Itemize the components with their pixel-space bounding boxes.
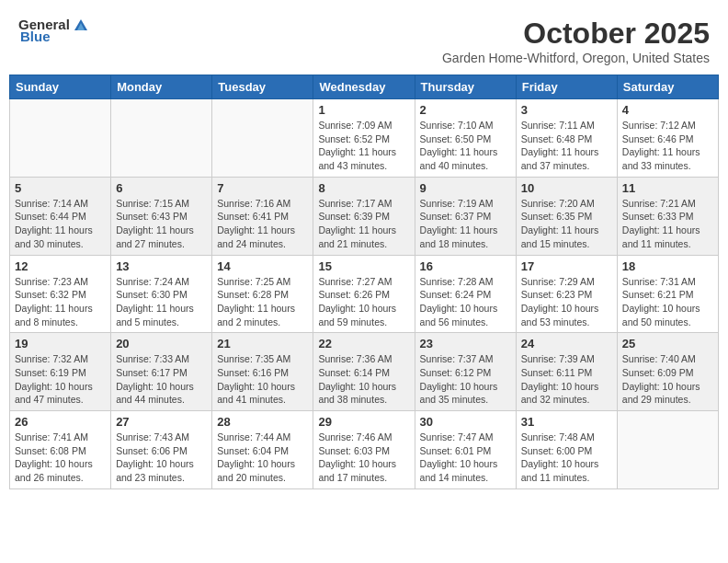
day-number: 9 xyxy=(420,181,511,195)
calendar-cell: 26Sunrise: 7:41 AM Sunset: 6:08 PM Dayli… xyxy=(10,411,111,489)
calendar-week-1: 1Sunrise: 7:09 AM Sunset: 6:52 PM Daylig… xyxy=(10,99,719,178)
day-number: 19 xyxy=(15,337,106,350)
calendar-cell: 10Sunrise: 7:20 AM Sunset: 6:35 PM Dayli… xyxy=(516,177,617,255)
subtitle: Garden Home-Whitford, Oregon, United Sta… xyxy=(442,51,710,65)
day-info: Sunrise: 7:24 AM Sunset: 6:30 PM Dayligh… xyxy=(116,275,207,329)
day-info: Sunrise: 7:32 AM Sunset: 6:19 PM Dayligh… xyxy=(15,352,106,407)
column-header-friday: Friday xyxy=(516,75,617,99)
day-number: 16 xyxy=(420,259,511,273)
calendar-week-4: 19Sunrise: 7:32 AM Sunset: 6:19 PM Dayli… xyxy=(10,333,719,411)
column-header-monday: Monday xyxy=(111,75,212,99)
calendar-cell xyxy=(111,99,212,178)
day-info: Sunrise: 7:44 AM Sunset: 6:04 PM Dayligh… xyxy=(217,431,308,485)
day-info: Sunrise: 7:48 AM Sunset: 6:00 PM Dayligh… xyxy=(521,431,612,485)
calendar-cell: 22Sunrise: 7:36 AM Sunset: 6:14 PM Dayli… xyxy=(313,333,415,411)
logo-icon xyxy=(73,17,89,32)
day-number: 6 xyxy=(116,181,207,195)
day-number: 14 xyxy=(217,259,308,273)
day-info: Sunrise: 7:16 AM Sunset: 6:41 PM Dayligh… xyxy=(217,197,308,251)
day-info: Sunrise: 7:39 AM Sunset: 6:11 PM Dayligh… xyxy=(521,352,612,407)
day-number: 25 xyxy=(622,337,713,350)
column-header-wednesday: Wednesday xyxy=(313,75,415,99)
calendar-cell: 24Sunrise: 7:39 AM Sunset: 6:11 PM Dayli… xyxy=(516,333,617,411)
day-info: Sunrise: 7:17 AM Sunset: 6:39 PM Dayligh… xyxy=(318,197,409,251)
calendar-header-row: SundayMondayTuesdayWednesdayThursdayFrid… xyxy=(10,75,719,99)
column-header-thursday: Thursday xyxy=(415,75,516,99)
day-info: Sunrise: 7:33 AM Sunset: 6:17 PM Dayligh… xyxy=(116,352,207,407)
day-number: 2 xyxy=(420,103,511,117)
day-number: 21 xyxy=(217,337,308,350)
calendar-cell: 14Sunrise: 7:25 AM Sunset: 6:28 PM Dayli… xyxy=(212,255,313,333)
day-number: 23 xyxy=(420,337,511,350)
day-info: Sunrise: 7:15 AM Sunset: 6:43 PM Dayligh… xyxy=(116,197,207,251)
calendar-cell: 21Sunrise: 7:35 AM Sunset: 6:16 PM Dayli… xyxy=(212,333,313,411)
day-number: 15 xyxy=(318,259,409,273)
calendar-cell: 19Sunrise: 7:32 AM Sunset: 6:19 PM Dayli… xyxy=(10,333,111,411)
logo-blue: Blue xyxy=(20,29,51,44)
day-info: Sunrise: 7:25 AM Sunset: 6:28 PM Dayligh… xyxy=(217,275,308,329)
calendar-cell: 31Sunrise: 7:48 AM Sunset: 6:00 PM Dayli… xyxy=(516,411,617,489)
calendar-cell: 18Sunrise: 7:31 AM Sunset: 6:21 PM Dayli… xyxy=(617,255,718,333)
day-number: 13 xyxy=(116,259,207,273)
calendar-cell: 11Sunrise: 7:21 AM Sunset: 6:33 PM Dayli… xyxy=(617,177,718,255)
day-number: 24 xyxy=(521,337,612,350)
day-info: Sunrise: 7:14 AM Sunset: 6:44 PM Dayligh… xyxy=(15,197,106,251)
column-header-tuesday: Tuesday xyxy=(212,75,313,99)
day-info: Sunrise: 7:11 AM Sunset: 6:48 PM Dayligh… xyxy=(521,119,612,173)
day-info: Sunrise: 7:35 AM Sunset: 6:16 PM Dayligh… xyxy=(217,352,308,407)
calendar-cell: 27Sunrise: 7:43 AM Sunset: 6:06 PM Dayli… xyxy=(111,411,212,489)
day-info: Sunrise: 7:37 AM Sunset: 6:12 PM Dayligh… xyxy=(420,352,511,407)
day-info: Sunrise: 7:29 AM Sunset: 6:23 PM Dayligh… xyxy=(521,275,612,329)
day-info: Sunrise: 7:40 AM Sunset: 6:09 PM Dayligh… xyxy=(622,352,713,407)
calendar-cell xyxy=(212,99,313,178)
day-number: 5 xyxy=(15,181,106,195)
calendar-cell: 3Sunrise: 7:11 AM Sunset: 6:48 PM Daylig… xyxy=(516,99,617,178)
day-number: 10 xyxy=(521,181,612,195)
calendar-cell: 23Sunrise: 7:37 AM Sunset: 6:12 PM Dayli… xyxy=(415,333,516,411)
day-number: 31 xyxy=(521,415,612,429)
day-info: Sunrise: 7:10 AM Sunset: 6:50 PM Dayligh… xyxy=(420,119,511,173)
calendar-cell: 1Sunrise: 7:09 AM Sunset: 6:52 PM Daylig… xyxy=(313,99,415,178)
calendar-cell: 4Sunrise: 7:12 AM Sunset: 6:46 PM Daylig… xyxy=(617,99,718,178)
logo: General Blue xyxy=(18,17,89,44)
column-header-sunday: Sunday xyxy=(10,75,111,99)
calendar-week-5: 26Sunrise: 7:41 AM Sunset: 6:08 PM Dayli… xyxy=(10,411,719,489)
day-info: Sunrise: 7:43 AM Sunset: 6:06 PM Dayligh… xyxy=(116,431,207,485)
title-section: October 2025 Garden Home-Whitford, Orego… xyxy=(442,17,710,65)
day-number: 30 xyxy=(420,415,511,429)
day-info: Sunrise: 7:27 AM Sunset: 6:26 PM Dayligh… xyxy=(318,275,409,329)
day-info: Sunrise: 7:36 AM Sunset: 6:14 PM Dayligh… xyxy=(318,352,409,407)
day-number: 20 xyxy=(116,337,207,350)
day-info: Sunrise: 7:23 AM Sunset: 6:32 PM Dayligh… xyxy=(15,275,106,329)
day-number: 12 xyxy=(15,259,106,273)
day-number: 26 xyxy=(15,415,106,429)
calendar-table: SundayMondayTuesdayWednesdayThursdayFrid… xyxy=(9,75,719,489)
calendar-week-2: 5Sunrise: 7:14 AM Sunset: 6:44 PM Daylig… xyxy=(10,177,719,255)
calendar-cell: 7Sunrise: 7:16 AM Sunset: 6:41 PM Daylig… xyxy=(212,177,313,255)
page-header: General Blue October 2025 Garden Home-Wh… xyxy=(9,9,719,69)
day-number: 29 xyxy=(318,415,409,429)
day-info: Sunrise: 7:12 AM Sunset: 6:46 PM Dayligh… xyxy=(622,119,713,173)
calendar-cell: 17Sunrise: 7:29 AM Sunset: 6:23 PM Dayli… xyxy=(516,255,617,333)
day-number: 3 xyxy=(521,103,612,117)
day-number: 28 xyxy=(217,415,308,429)
month-title: October 2025 xyxy=(442,17,710,51)
calendar-week-3: 12Sunrise: 7:23 AM Sunset: 6:32 PM Dayli… xyxy=(10,255,719,333)
day-number: 18 xyxy=(622,259,713,273)
column-header-saturday: Saturday xyxy=(617,75,718,99)
calendar-cell: 8Sunrise: 7:17 AM Sunset: 6:39 PM Daylig… xyxy=(313,177,415,255)
calendar-cell xyxy=(10,99,111,178)
day-number: 11 xyxy=(622,181,713,195)
calendar-cell: 20Sunrise: 7:33 AM Sunset: 6:17 PM Dayli… xyxy=(111,333,212,411)
day-info: Sunrise: 7:19 AM Sunset: 6:37 PM Dayligh… xyxy=(420,197,511,251)
calendar-cell: 6Sunrise: 7:15 AM Sunset: 6:43 PM Daylig… xyxy=(111,177,212,255)
calendar-cell: 29Sunrise: 7:46 AM Sunset: 6:03 PM Dayli… xyxy=(313,411,415,489)
calendar-cell: 13Sunrise: 7:24 AM Sunset: 6:30 PM Dayli… xyxy=(111,255,212,333)
calendar-cell: 5Sunrise: 7:14 AM Sunset: 6:44 PM Daylig… xyxy=(10,177,111,255)
calendar-cell: 28Sunrise: 7:44 AM Sunset: 6:04 PM Dayli… xyxy=(212,411,313,489)
day-info: Sunrise: 7:21 AM Sunset: 6:33 PM Dayligh… xyxy=(622,197,713,251)
day-number: 22 xyxy=(318,337,409,350)
day-number: 27 xyxy=(116,415,207,429)
day-number: 4 xyxy=(622,103,713,117)
day-number: 17 xyxy=(521,259,612,273)
